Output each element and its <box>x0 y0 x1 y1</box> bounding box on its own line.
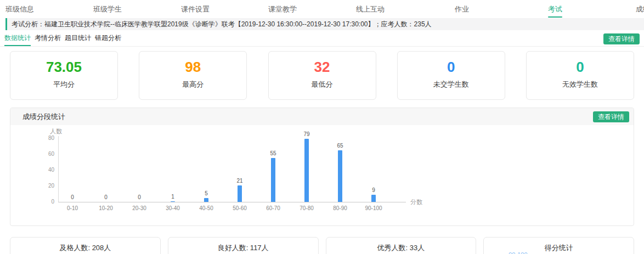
summary-title-score-stats: 得分统计 <box>484 243 634 253</box>
chart-bar-30-40 <box>171 201 175 202</box>
tab-wrong-question-analysis[interactable]: 错题分析 <box>95 29 121 46</box>
stat-label-lowest-score: 最低分 <box>269 80 376 89</box>
x-tick-0-10: 0-10 <box>58 205 87 211</box>
bar-value-80-90: 65 <box>329 143 351 149</box>
y-tick-20: 20 <box>40 183 54 189</box>
y-axis-label: 人数 <box>50 127 62 136</box>
x-tick-90-100: 90-100 <box>359 205 388 211</box>
stat-label-invalid-count: 无效学生数 <box>527 80 634 89</box>
stat-cards-row: 73.05平均分98最高分32最低分0未交学生数0无效学生数 <box>10 51 634 100</box>
stat-card-not-submitted-count: 0未交学生数 <box>397 51 505 100</box>
x-tick-60-70: 60-70 <box>259 205 287 211</box>
tab-question-stats[interactable]: 题目统计 <box>65 29 91 46</box>
tab-data-stats[interactable]: 数据统计 <box>4 29 31 46</box>
y-tick-40: 40 <box>40 167 54 173</box>
bar-value-90-100: 9 <box>363 187 385 193</box>
summary-card-pass-count: 及格人数: 208人 <box>10 237 161 254</box>
chart-bar-90-100 <box>371 195 376 202</box>
stat-label-average-score: 平均分 <box>10 80 117 89</box>
chart-bar-40-50 <box>204 198 208 202</box>
summary-card-score-stats: 得分统计90-100 <box>483 237 634 254</box>
top-nav: 班级信息班级学生课件设置课堂教学线上互动作业考试成绩 <box>0 0 644 16</box>
x-tick-80-90: 80-90 <box>326 205 354 211</box>
chart-bar-50-60 <box>238 185 242 202</box>
chart-view-details-button[interactable]: 查看详情 <box>593 111 629 122</box>
x-axis-line <box>58 202 406 202</box>
chart-bar-80-90 <box>338 150 342 202</box>
x-tick-70-80: 70-80 <box>292 205 321 211</box>
summary-title-excellent-count: 优秀人数: 33人 <box>326 243 476 253</box>
view-details-button[interactable]: 查看详情 <box>603 33 640 44</box>
x-tick-50-60: 50-60 <box>225 205 254 211</box>
summary-partial-link-score-stats[interactable]: 90-100 <box>509 251 527 254</box>
exam-info-text: 考试分析：福建卫生职业技术学院--临床医学教学联盟2019级《诊断学》联考【20… <box>12 20 432 29</box>
bar-value-60-70: 55 <box>262 150 284 156</box>
chart-bar-70-80 <box>304 139 309 202</box>
summary-cards-row: 及格人数: 208人良好人数: 117人优秀人数: 33人得分统计90-100 <box>10 237 634 254</box>
nav-item-class-students[interactable]: 班级学生 <box>93 4 122 14</box>
stat-card-average-score: 73.05平均分 <box>10 51 118 100</box>
summary-card-excellent-count: 优秀人数: 33人 <box>326 237 477 254</box>
bar-value-40-50: 5 <box>195 190 217 196</box>
analysis-tabs-row: 数据统计考情分析题目统计错题分析 查看详情 <box>0 30 644 47</box>
x-tick-10-20: 10-20 <box>92 205 120 211</box>
stat-label-not-submitted-count: 未交学生数 <box>398 80 505 89</box>
nav-item-class-info[interactable]: 班级信息 <box>5 4 34 14</box>
y-tick-60: 60 <box>40 151 54 157</box>
nav-item-grades[interactable]: 成绩 <box>636 4 644 14</box>
stat-card-lowest-score: 32最低分 <box>268 51 376 100</box>
nav-item-exam[interactable]: 考试 <box>548 4 562 18</box>
stat-value-highest-score: 98 <box>139 59 246 75</box>
nav-item-classroom-teaching[interactable]: 课堂教学 <box>268 4 297 14</box>
x-tick-30-40: 30-40 <box>159 205 187 211</box>
panel-header: 成绩分段统计 查看详情 <box>10 108 634 125</box>
x-axis-label: 分数 <box>410 198 422 206</box>
summary-title-pass-count: 及格人数: 208人 <box>10 243 160 253</box>
x-tick-40-50: 40-50 <box>192 205 221 211</box>
stat-value-average-score: 73.05 <box>10 59 117 75</box>
stat-value-not-submitted-count: 0 <box>398 59 505 75</box>
stat-card-invalid-count: 0无效学生数 <box>526 51 634 100</box>
bar-value-70-80: 79 <box>296 131 318 137</box>
stat-value-invalid-count: 0 <box>527 59 634 75</box>
bar-value-10-20: 0 <box>95 194 117 200</box>
score-distribution-bar-chart: 人数020406080分数00-10010-20020-30130-40540-… <box>10 125 634 225</box>
nav-item-homework[interactable]: 作业 <box>455 4 469 14</box>
summary-title-good-count: 良好人数: 117人 <box>168 243 318 253</box>
nav-item-courseware-settings[interactable]: 课件设置 <box>181 4 210 14</box>
y-tick-0: 0 <box>40 199 54 205</box>
y-axis-line <box>58 136 59 202</box>
chart-bar-60-70 <box>271 158 275 202</box>
bar-value-30-40: 1 <box>162 194 184 200</box>
tab-exam-situation-analysis[interactable]: 考情分析 <box>35 29 61 46</box>
bar-value-0-10: 0 <box>61 194 83 200</box>
x-tick-20-30: 20-30 <box>125 205 154 211</box>
exam-info-bar: 考试分析：福建卫生职业技术学院--临床医学教学联盟2019级《诊断学》联考【20… <box>5 18 644 30</box>
stat-value-lowest-score: 32 <box>269 59 376 75</box>
summary-card-good-count: 良好人数: 117人 <box>168 237 319 254</box>
stat-card-highest-score: 98最高分 <box>139 51 247 100</box>
score-distribution-panel: 成绩分段统计 查看详情 人数020406080分数00-10010-20020-… <box>10 108 634 226</box>
analysis-tabs: 数据统计考情分析题目统计错题分析 <box>4 29 125 46</box>
info-accent-bar <box>5 18 7 30</box>
y-tick-80: 80 <box>40 135 54 141</box>
nav-item-online-interaction[interactable]: 线上互动 <box>356 4 385 14</box>
bar-value-50-60: 21 <box>229 178 251 184</box>
bar-value-20-30: 0 <box>128 194 150 200</box>
stat-label-highest-score: 最高分 <box>139 80 246 89</box>
panel-title: 成绩分段统计 <box>22 112 65 122</box>
